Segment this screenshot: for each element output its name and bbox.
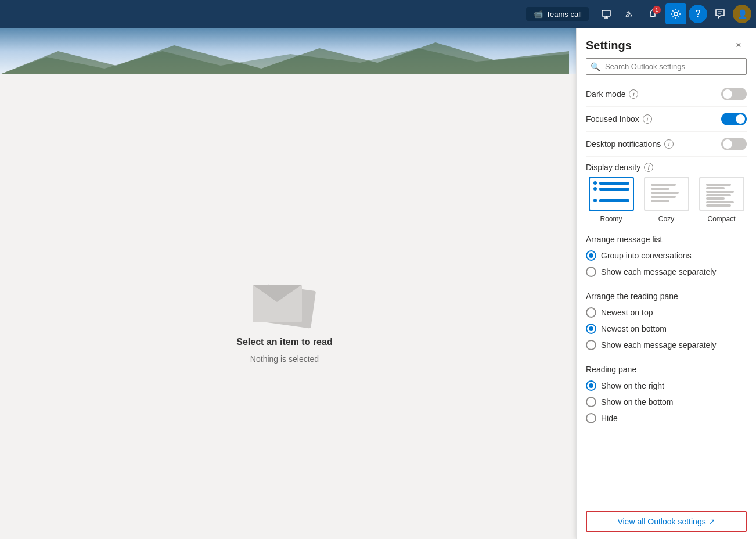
density-dot bbox=[593, 187, 597, 191]
translate-button[interactable]: あ bbox=[619, 3, 640, 24]
radio-show-bottom-label: Show on the bottom bbox=[601, 397, 674, 407]
desktop-notifications-info-icon[interactable]: i bbox=[664, 139, 674, 149]
radio-show-separately-label: Show each message separately bbox=[601, 267, 716, 276]
radio-reading-pane-separately-label: Show each message separately bbox=[601, 340, 716, 350]
compact-line bbox=[706, 201, 735, 203]
radio-reading-pane-separately[interactable]: Show each message separately bbox=[586, 337, 747, 353]
radio-group-conversations[interactable]: Group into conversations bbox=[586, 247, 747, 264]
search-icon: 🔍 bbox=[591, 62, 600, 71]
teams-call-label: Teams call bbox=[546, 10, 582, 19]
density-cozy[interactable]: Cozy bbox=[641, 177, 692, 223]
teams-call-button[interactable]: 📹 Teams call bbox=[526, 7, 589, 21]
help-button[interactable]: ? bbox=[689, 5, 707, 23]
radio-show-separately[interactable]: Show each message separately bbox=[586, 264, 747, 280]
focused-inbox-info-icon[interactable]: i bbox=[643, 114, 652, 124]
density-compact-label: Compact bbox=[707, 215, 735, 223]
focused-inbox-toggle[interactable] bbox=[721, 113, 747, 125]
dark-mode-toggle[interactable] bbox=[721, 88, 747, 100]
density-line bbox=[599, 188, 629, 191]
svg-rect-0 bbox=[602, 10, 610, 16]
feedback-button[interactable] bbox=[710, 3, 730, 24]
avatar[interactable]: 👤 bbox=[733, 5, 751, 23]
radio-show-right-circle bbox=[586, 380, 596, 391]
cozy-line bbox=[651, 192, 679, 194]
density-options: Roomy Cozy bbox=[586, 177, 747, 223]
compact-line bbox=[706, 197, 725, 200]
settings-footer: View all Outlook settings ↗ bbox=[577, 504, 756, 539]
cozy-line bbox=[651, 184, 676, 186]
radio-show-bottom-circle bbox=[586, 397, 596, 407]
focused-inbox-thumb bbox=[736, 114, 745, 124]
reading-pane-group: Reading pane Show on the right Show on t… bbox=[586, 360, 747, 426]
density-dot bbox=[593, 181, 597, 185]
radio-show-right[interactable]: Show on the right bbox=[586, 378, 747, 394]
radio-newest-bottom-label: Newest on bottom bbox=[601, 324, 667, 333]
radio-newest-bottom[interactable]: Newest on bottom bbox=[586, 321, 747, 337]
radio-hide[interactable]: Hide bbox=[586, 410, 747, 426]
arrange-reading-pane-label: Arrange the reading pane bbox=[586, 287, 747, 304]
close-settings-button[interactable]: × bbox=[730, 37, 747, 53]
focused-inbox-track bbox=[721, 113, 747, 125]
density-cozy-card bbox=[644, 177, 689, 211]
empty-state-subtitle: Nothing is selected bbox=[250, 354, 319, 364]
density-roomy-card bbox=[589, 177, 634, 211]
density-roomy[interactable]: Roomy bbox=[586, 177, 636, 223]
display-density-label: Display density i bbox=[586, 157, 747, 177]
settings-title: Settings bbox=[586, 39, 632, 52]
density-line bbox=[599, 199, 629, 202]
radio-show-bottom[interactable]: Show on the bottom bbox=[586, 394, 747, 410]
dark-mode-track bbox=[721, 88, 747, 100]
density-compact-card bbox=[699, 177, 744, 211]
dark-mode-row: Dark mode i bbox=[586, 82, 747, 107]
view-all-settings-link[interactable]: View all Outlook settings ↗ bbox=[586, 511, 747, 532]
radio-newest-bottom-circle bbox=[586, 324, 596, 334]
compact-line bbox=[706, 184, 731, 186]
main-content: Select an item to read Nothing is select… bbox=[0, 74, 569, 539]
share-screen-button[interactable] bbox=[596, 3, 617, 24]
arrange-reading-pane-group: Arrange the reading pane Newest on top N… bbox=[586, 287, 747, 353]
focused-inbox-row: Focused Inbox i bbox=[586, 107, 747, 132]
arrange-message-list-label: Arrange message list bbox=[586, 230, 747, 247]
compact-line bbox=[706, 204, 731, 207]
compact-line bbox=[706, 191, 735, 193]
search-input[interactable] bbox=[586, 58, 747, 75]
density-line bbox=[599, 182, 629, 185]
settings-button[interactable] bbox=[665, 3, 686, 24]
reading-pane-label: Reading pane bbox=[586, 360, 747, 378]
density-roomy-label: Roomy bbox=[600, 215, 622, 223]
settings-panel: Settings × 🔍 Dark mode i Focuse bbox=[576, 28, 756, 539]
dark-mode-info-icon[interactable]: i bbox=[629, 89, 638, 99]
svg-point-5 bbox=[674, 12, 678, 16]
radio-hide-circle bbox=[586, 413, 596, 423]
settings-header: Settings × bbox=[577, 28, 756, 58]
dark-mode-label: Dark mode i bbox=[586, 89, 638, 99]
empty-state: Select an item to read Nothing is select… bbox=[236, 273, 332, 364]
desktop-notifications-label: Desktop notifications i bbox=[586, 139, 674, 149]
envelope-flap bbox=[253, 285, 302, 302]
focused-inbox-label: Focused Inbox i bbox=[586, 114, 652, 124]
radio-show-right-label: Show on the right bbox=[601, 381, 664, 390]
settings-search-container: 🔍 bbox=[586, 58, 747, 75]
dark-mode-thumb bbox=[723, 89, 732, 99]
envelope-front bbox=[253, 285, 302, 322]
density-cozy-label: Cozy bbox=[658, 215, 674, 223]
desktop-notifications-toggle[interactable] bbox=[721, 138, 747, 150]
empty-state-title: Select an item to read bbox=[236, 337, 332, 347]
svg-text:あ: あ bbox=[625, 10, 632, 18]
density-dot bbox=[593, 199, 597, 202]
cozy-line bbox=[651, 196, 676, 198]
arrange-message-list-group: Arrange message list Group into conversa… bbox=[586, 230, 747, 280]
cozy-line bbox=[651, 188, 669, 190]
radio-hide-label: Hide bbox=[601, 414, 618, 423]
density-compact[interactable]: Compact bbox=[696, 177, 747, 223]
radio-group-conversations-circle bbox=[586, 250, 596, 261]
display-density-info-icon[interactable]: i bbox=[644, 163, 653, 172]
video-icon: 📹 bbox=[533, 9, 543, 19]
radio-newest-top-label: Newest on top bbox=[601, 308, 653, 317]
radio-newest-top[interactable]: Newest on top bbox=[586, 304, 747, 321]
compact-line bbox=[706, 187, 725, 189]
bell-button[interactable]: 1 bbox=[642, 3, 663, 24]
cozy-line bbox=[651, 200, 669, 202]
desktop-notifications-thumb bbox=[723, 139, 732, 149]
envelope-illustration bbox=[250, 273, 319, 325]
